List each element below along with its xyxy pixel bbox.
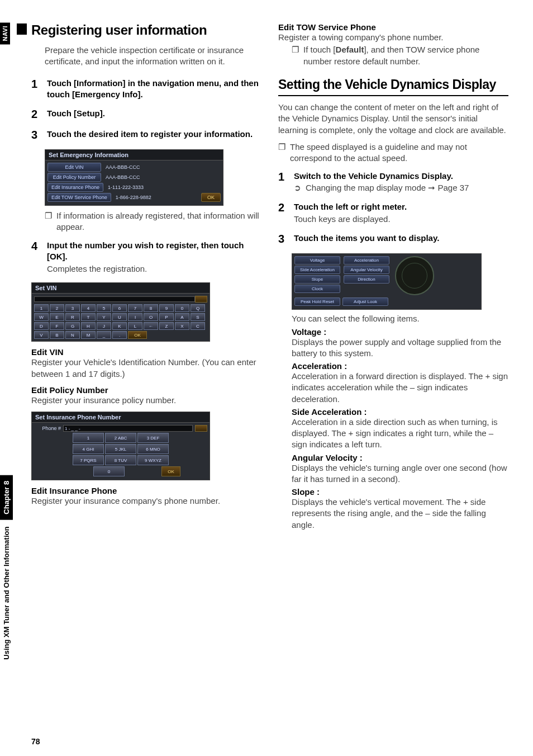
scr2-title: Set VIN: [32, 283, 210, 294]
note-registered-info: ❐ If information is already registered, …: [45, 210, 261, 233]
def-side-h: Side Acceleration :: [292, 407, 508, 417]
r-step-3: 3 Touch the items you want to display.: [278, 233, 508, 245]
r-step2-text: Touch the left or right meter.: [294, 201, 407, 212]
phonepad-key: 7 PQRS: [73, 455, 104, 465]
phonepad-key: 2 ABC: [105, 433, 136, 443]
kb-key: T: [81, 313, 96, 321]
page-number: 78: [31, 737, 40, 746]
kb-key: G: [65, 322, 80, 330]
r-step2-sub: Touch keys are displayed.: [294, 214, 407, 225]
screenshot-emergency-info: Set Emergency Information Edit VINAAA-BB…: [45, 149, 223, 206]
step-num-1: 1: [31, 78, 47, 101]
dyn-peak-hold: Peak Hold Reset: [294, 297, 340, 306]
rule: [278, 95, 508, 96]
note-icon: ❐: [292, 44, 299, 67]
subhead-edit-tow: Edit TOW Service Phone: [278, 22, 508, 32]
kb-key: 1: [34, 304, 49, 312]
kb-key: R: [65, 313, 80, 321]
scr3-backspace-icon: [195, 425, 207, 432]
kb-key: U: [112, 313, 127, 321]
kb-key: 6: [112, 304, 127, 312]
scr1-val-policy: AAA-BBB-CCC: [103, 174, 140, 180]
kb-key: P: [159, 313, 174, 321]
dynamics-intro: You can change the content of meter on t…: [278, 102, 508, 136]
kb-key: J: [97, 322, 111, 330]
subhead-edit-vin: Edit VIN: [31, 347, 261, 357]
kb-key: Y: [97, 313, 111, 321]
step-2-text: Touch [Setup].: [47, 108, 105, 121]
kb-key: N: [65, 331, 80, 339]
kb-key: _: [97, 331, 111, 339]
scr1-ok: OK: [201, 193, 221, 202]
kb-key: E: [50, 313, 64, 321]
right-column: Edit TOW Service Phone Register a towing…: [278, 20, 508, 716]
side-tab-navi: NAVI: [0, 22, 10, 44]
phonepad-key: 1: [73, 433, 104, 443]
scr3-keypad: 12 ABC3 DEF4 GHI5 JKL6 MNO7 PQRS8 TUV9 W…: [34, 433, 207, 476]
step-4-text: Input the number you wish to register, t…: [47, 240, 261, 263]
scr1-btn-tow: Edit TOW Service Phone: [47, 193, 111, 202]
dyn-btn: Direction: [344, 275, 389, 284]
side-chapter-label: Chapter 8: [0, 475, 13, 520]
phonepad-key: 4 GHI: [73, 444, 104, 454]
def-slope-t: Displays the vehicle's vertical movement…: [292, 497, 508, 531]
kb-key: A: [175, 313, 189, 321]
step-2: 2 Touch [Setup].: [31, 108, 261, 121]
kb-ok-key: OK: [128, 331, 147, 339]
intro-text: Prepare the vehicle inspection certifica…: [45, 45, 261, 68]
dyn-right-col: AccelerationAngular VelocityDirection: [344, 256, 389, 295]
scr1-title: Set Emergency Information: [45, 150, 223, 160]
subtext-edit-vin: Register your Vehicle's Identification N…: [31, 357, 261, 380]
dyn-btn: Clock: [294, 285, 340, 293]
kb-key: V: [34, 331, 49, 339]
subtext-edit-tow: Register a towing company's phone number…: [278, 32, 508, 43]
def-slope-h: Slope :: [292, 487, 508, 497]
kb-key: 0: [175, 304, 189, 312]
phonepad-key: 0: [93, 466, 125, 476]
dyn-adjust-look: Adjust Look: [342, 297, 388, 306]
subhead-edit-policy: Edit Policy Number: [31, 385, 261, 395]
def-voltage-t: Displays the power supply and voltage su…: [292, 337, 508, 360]
scr1-val-ins: 1-111-222-3333: [106, 185, 144, 190]
step-num-4: 4: [31, 240, 47, 275]
phonepad-key: 5 JKL: [105, 444, 136, 454]
phonepad-key: 3 DEF: [137, 433, 169, 443]
subtext-edit-ins-phone: Register your insurance company's phone …: [31, 495, 261, 507]
step-4: 4 Input the number you wish to register,…: [31, 240, 261, 275]
dyn-btn: Side Acceleration: [294, 266, 340, 274]
kb-key: W: [34, 313, 49, 321]
scr3-label: Phone #: [34, 426, 61, 431]
kb-key: I: [128, 313, 142, 321]
phonepad-key: 9 WXYZ: [137, 455, 169, 465]
tow-default-note: ❐ If touch [Default], and then TOW servi…: [292, 44, 508, 67]
step-3-text: Touch the desired item to register your …: [47, 129, 253, 141]
note-icon: ❐: [278, 141, 285, 164]
step-num-2: 2: [31, 108, 47, 121]
link-icon: ➲: [294, 182, 301, 193]
scr1-btn-ins: Edit Insurance Phone: [47, 183, 103, 192]
def-accel-t: Acceleration in a forward direction is d…: [292, 371, 508, 405]
scr2-keygrid: 1234567890QWERTYUIOPASDFGHJKL←ZXCVBNM_.O…: [34, 304, 207, 339]
scr3-input: 1 - _ _ -: [63, 425, 193, 432]
dyn-btn: Angular Velocity: [344, 266, 389, 274]
kb-key: H: [81, 322, 96, 330]
kb-key: 3: [65, 304, 80, 312]
step-3: 3 Touch the desired item to register you…: [31, 129, 261, 141]
section-title-dynamics: Setting the Vehicle Dynamics Display: [278, 77, 508, 92]
kb-key: 4: [81, 304, 96, 312]
kb-key: X: [175, 322, 189, 330]
scr3-title: Set Insurance Phone Number: [32, 412, 210, 423]
kb-key: D: [34, 322, 49, 330]
subtext-edit-policy: Register your insurance policy number.: [31, 395, 261, 406]
r-step-1: 1 Switch to the Vehicle Dynamics Display…: [278, 171, 508, 193]
kb-key: F: [50, 322, 64, 330]
kb-key: O: [144, 313, 158, 321]
side-chapter-text: Using XM Tuner and Other Information: [0, 522, 13, 664]
kb-key: C: [191, 322, 205, 330]
def-ang-h: Angular Velocity :: [292, 453, 508, 462]
section-title-registering: Registering user information: [31, 22, 207, 38]
r-step-num-3: 3: [278, 233, 294, 245]
section-bullet: [17, 23, 27, 35]
dyn-btn: Slope: [294, 275, 340, 284]
dyn-gauge-icon: [395, 256, 434, 295]
